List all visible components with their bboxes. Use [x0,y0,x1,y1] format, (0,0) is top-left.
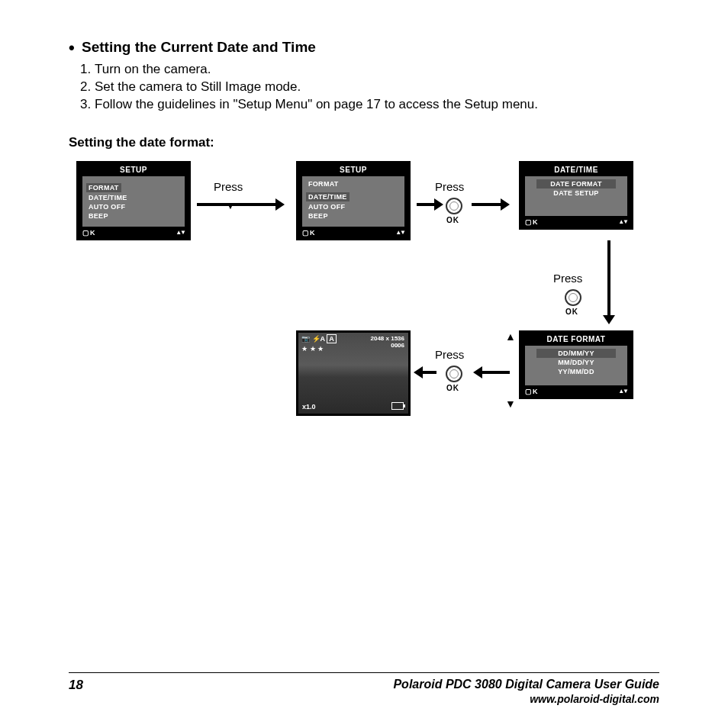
battery-icon [391,402,404,410]
screen-setup-2: SETUP FORMAT DATE/TIME AUTO OFF BEEP ▢K … [296,161,411,240]
screen-title: DATE/TIME [521,163,631,176]
up-triangle-icon: ▲ [505,330,516,343]
ok-button-icon [446,366,462,382]
nav-arrows-icon: ▲▼ [618,388,627,395]
heading-text: Setting the Current Date and Time [82,39,316,55]
screen-setup-1: SETUP FORMAT DATE/TIME AUTO OFF BEEP ▢K … [76,161,191,240]
menu-item-ddmmyy: DD/MM/YY [536,349,616,358]
guide-title: Polaroid PDC 3080 Digital Camera User Gu… [393,678,659,691]
press-label-3: Press [553,272,582,285]
screen-title: DATE FORMAT [521,333,631,346]
menu-item-format: FORMAT [306,179,401,188]
menu-item-dateformat: DATE FORMAT [536,179,616,188]
arrow-right-1 [197,203,277,206]
subheading: Setting the date format: [69,135,659,150]
press-label-1: Press [214,180,243,193]
flow-diagram: SETUP FORMAT DATE/TIME AUTO OFF BEEP ▢K … [76,161,664,436]
menu-item-autooff: AUTO OFF [86,202,181,211]
counter-text: 0006 [371,342,405,350]
ok-icon: ▢K [525,388,539,395]
ok-icon: ▢K [82,229,96,237]
zoom-text: x1.0 [302,403,316,411]
down-triangle-icon: ▼ [505,398,516,410]
ok-button-icon [446,198,462,214]
nav-arrows-icon: ▲▼ [395,229,404,236]
arrow-left-1a [481,371,510,374]
menu-item-mmddyy: MM/DD/YY [529,358,623,367]
page-number: 18 [69,678,83,693]
screen-dateformat: DATE FORMAT DD/MM/YY MM/DD/YY YY/MM/DD ▢… [519,330,633,399]
nav-arrows-icon: ▲▼ [176,229,185,236]
step-1: Turn on the camera. [95,61,659,79]
arrow-right-2b [472,203,502,206]
ok-button-icon [565,289,581,306]
screen-photo-preview: 📷 ⚡A A ★ ★ ★ 2048 x 1536 0006 x1.0 [296,330,411,416]
ok-icon: ▢K [525,218,539,226]
arrow-down [607,240,610,317]
camera-mode-icons: 📷 ⚡A A [301,335,337,343]
menu-item-format: FORMAT [86,183,121,192]
menu-item-datesetup: DATE SETUP [529,188,623,198]
arrow-right-2a [417,203,436,206]
menu-item-autooff: AUTO OFF [306,202,401,211]
menu-item-beep: BEEP [306,211,401,221]
ok-label: OK [446,384,459,392]
resolution-text: 2048 x 1536 [371,335,405,343]
menu-item-datetime: DATE/TIME [306,192,350,201]
instruction-list: Turn on the camera. Set the camera to St… [69,61,659,114]
press-label-4: Press [435,348,464,361]
screen-datetime: DATE/TIME DATE FORMAT DATE SETUP ▢K ▲▼ [519,161,633,230]
step-3: Follow the guidelines in "Setup Menu" on… [95,96,659,114]
nav-arrows-icon: ▲▼ [618,218,627,225]
guide-url: www.polaroid-digital.com [393,693,659,705]
ok-label: OK [565,308,578,316]
step-2: Set the camera to Still Image mode. [95,79,659,96]
press-label-2: Press [435,180,464,193]
menu-item-yymmdd: YY/MM/DD [529,367,623,376]
ok-icon: ▢K [302,229,316,237]
arrow-left-1b [421,371,436,374]
section-heading: • Setting the Current Date and Time [69,38,659,58]
ok-label: OK [446,216,459,224]
screen-title: SETUP [298,163,408,176]
menu-item-beep: BEEP [86,211,181,221]
screen-title: SETUP [79,163,188,176]
menu-item-datetime: DATE/TIME [86,193,181,202]
quality-stars-icon: ★ ★ ★ [301,345,324,353]
page-footer: 18 Polaroid PDC 3080 Digital Camera User… [69,672,659,705]
bullet-icon: • [69,38,75,58]
